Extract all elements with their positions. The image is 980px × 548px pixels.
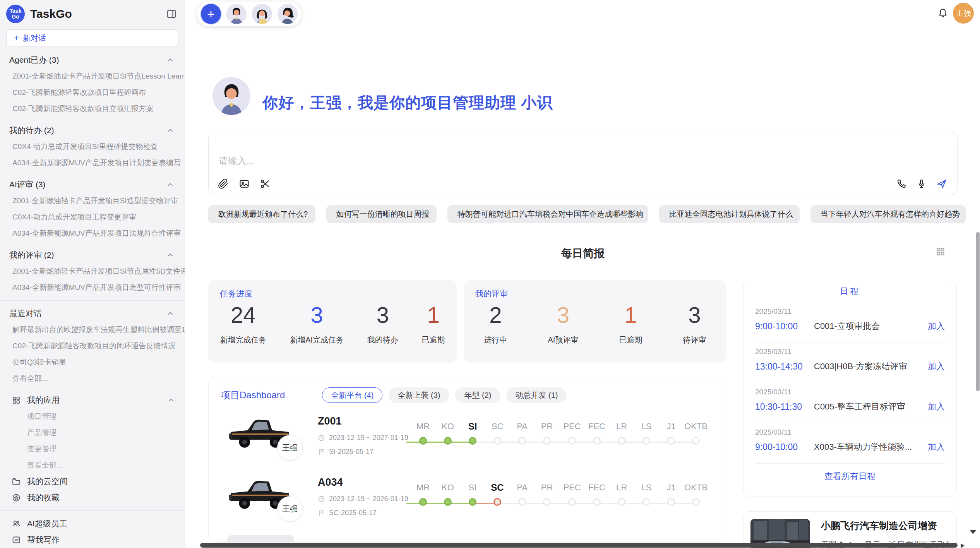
sidebar-item[interactable]: C02-飞腾新能源轻客改款项目立项汇报方案 bbox=[0, 101, 185, 117]
schedule-entry[interactable]: 2025/03/11 13:00-14:30 C003|H0B-方案冻结评审 加… bbox=[755, 343, 945, 383]
schedule-entry[interactable]: 2025/03/11 9:00-10:00 X003-车辆动力学性能验... 加… bbox=[755, 423, 945, 464]
send-icon[interactable] bbox=[936, 178, 947, 189]
phone-icon[interactable] bbox=[896, 178, 907, 189]
milestone-dot bbox=[419, 498, 427, 506]
sidebar-item[interactable]: C0X4-动力总成开发项目SI里程碑提交物检查 bbox=[0, 139, 185, 155]
tab-new-platform[interactable]: 全新平台 (4) bbox=[322, 387, 382, 403]
tab-year-model[interactable]: 年型 (2) bbox=[455, 387, 500, 403]
suggestion-chip[interactable]: 当下年轻人对汽车外观有怎样的喜好趋势 bbox=[810, 205, 966, 223]
scroll-right-arrow[interactable] bbox=[961, 543, 965, 548]
microphone-icon[interactable] bbox=[916, 178, 927, 189]
divider bbox=[0, 300, 185, 301]
section-header-my-todo[interactable]: 我的待办 (2) bbox=[0, 122, 185, 139]
sidebar-item[interactable]: Z001-全新燃油轻卡产品开发项目SI节点属性5D文件评审 bbox=[0, 263, 185, 279]
sidebar-item[interactable]: A034-全新新能源MUV产品开发项目法规符合性评审 bbox=[0, 225, 185, 241]
plus-icon: + bbox=[14, 33, 19, 43]
stat-ai-pre-review: 3 AI预评审 bbox=[548, 301, 579, 345]
sidebar-header: Task Go TaskGo bbox=[0, 0, 185, 27]
sidebar-item[interactable]: A034-全新新能源MUV产品开发项目造型可行性评审 bbox=[0, 279, 185, 296]
app-item-view-all[interactable]: 查看全部... bbox=[0, 457, 185, 473]
schedule-date: 2025/03/11 bbox=[755, 348, 945, 356]
image-icon[interactable] bbox=[239, 178, 250, 189]
join-link[interactable]: 加入 bbox=[928, 320, 945, 332]
recent-chat-item[interactable]: C02-飞腾新能源轻客改款项目的闭环通告反馈情况 bbox=[0, 338, 185, 354]
join-link[interactable]: 加入 bbox=[928, 401, 945, 413]
milestone-dot bbox=[667, 498, 675, 506]
avatar-member-2[interactable] bbox=[252, 4, 272, 24]
sidebar-item[interactable]: C02-飞腾新能源轻客改款项目里程碑画布 bbox=[0, 84, 185, 101]
avatar-member-3[interactable] bbox=[278, 4, 298, 24]
section-header-agent-done[interactable]: Agent已办 (3) bbox=[0, 52, 185, 68]
news-card[interactable]: 小鹏飞行汽车制造公司增资 天眼查 App 显示，近日广州汇天飞行汽... bbox=[743, 511, 957, 548]
join-link[interactable]: 加入 bbox=[928, 361, 945, 372]
recent-chat-view-all[interactable]: 查看全部... bbox=[0, 370, 185, 387]
suggestion-chip[interactable]: 比亚迪全固态电池计划具体说了什么 bbox=[659, 205, 800, 223]
milestone: OKTB bbox=[678, 483, 714, 506]
stat-in-progress: 2 进行中 bbox=[484, 301, 507, 345]
section-header-ai-review[interactable]: AI评审 (3) bbox=[0, 176, 185, 193]
add-member-button[interactable]: + bbox=[201, 4, 221, 24]
sidebar-item-favorites[interactable]: 我的收藏 bbox=[0, 490, 185, 506]
project-name: A034 bbox=[318, 476, 343, 488]
flag-icon bbox=[318, 509, 325, 517]
milestone-dot bbox=[618, 498, 625, 506]
schedule-time: 10:30-11:30 bbox=[755, 402, 814, 412]
schedule-entry[interactable]: 2025/03/11 10:30-11:30 C005-整车工程目标评审 加入 bbox=[755, 383, 945, 423]
my-apps-header[interactable]: 我的应用 bbox=[0, 392, 185, 408]
user-avatar[interactable]: 王强 bbox=[953, 3, 974, 24]
tab-new-body[interactable]: 全新上装 (3) bbox=[389, 387, 449, 403]
sidebar-item[interactable]: Z001-全新燃油轻卡产品开发项目SI造型提交物评审 bbox=[0, 193, 185, 209]
milestone-dot bbox=[493, 437, 501, 445]
project-row-a034[interactable]: 王强 A034 2023-12-19 ~ 2026-01-19 SC-2025-… bbox=[209, 474, 725, 535]
layout-grid-icon[interactable] bbox=[935, 247, 946, 257]
milestone-dot bbox=[667, 437, 675, 445]
project-dates: 2023-12-19 ~ 2027-01-19 bbox=[318, 434, 408, 442]
scissors-icon[interactable] bbox=[260, 178, 271, 189]
app-item-project-mgmt[interactable]: 项目管理 bbox=[0, 408, 185, 425]
sidebar-item[interactable]: A034-全新新能源MUV产品开发项目计划变更表编写 bbox=[0, 155, 185, 171]
sidebar-item-ai-super-staff[interactable]: AI超级员工 bbox=[0, 515, 185, 532]
apps-grid-icon bbox=[12, 396, 21, 405]
view-all-schedule-link[interactable]: 查看所有日程 bbox=[744, 464, 956, 489]
milestone-dot bbox=[593, 437, 601, 445]
milestone-dot bbox=[593, 498, 601, 506]
app-item-change-mgmt[interactable]: 变更管理 bbox=[0, 441, 185, 457]
section-header-my-review[interactable]: 我的评审 (2) bbox=[0, 247, 185, 263]
chevron-up-icon bbox=[166, 180, 175, 189]
vertical-scrollbar-thumb[interactable] bbox=[976, 232, 980, 391]
sidebar-item[interactable]: C0X4-动力总成开发项目工程变更评审 bbox=[0, 209, 185, 225]
sidebar-collapse-icon[interactable] bbox=[166, 9, 177, 19]
sidebar-item-cloud-space[interactable]: 我的云空间 bbox=[0, 473, 185, 490]
sidebar-item[interactable]: Z001-全新燃油皮卡产品开发项目SI节点Lesson Learn报告 bbox=[0, 68, 185, 84]
flag-icon bbox=[318, 448, 325, 456]
attachment-icon[interactable] bbox=[218, 178, 229, 189]
milestone-dot bbox=[692, 437, 700, 445]
join-link[interactable]: 加入 bbox=[928, 441, 945, 453]
sidebar-item-help-me-write[interactable]: 帮我写作 bbox=[0, 532, 185, 548]
notifications-bell-icon[interactable] bbox=[937, 8, 948, 19]
suggestion-chip[interactable]: 欧洲新规最近颁布了什么? bbox=[208, 205, 315, 223]
scroll-down-arrow[interactable] bbox=[970, 530, 976, 534]
tab-powertrain[interactable]: 动总开发 (1) bbox=[506, 387, 567, 403]
schedule-name: C001-立项审批会 bbox=[814, 320, 928, 332]
app-item-product-mgmt[interactable]: 产品管理 bbox=[0, 425, 185, 441]
divider bbox=[0, 510, 185, 511]
dashboard-title: 项目Dashboard bbox=[221, 389, 285, 401]
recent-chat-item[interactable]: 解释最新出台的欧盟报废车法规再生塑料比例被调至15%... bbox=[0, 322, 185, 338]
milestone-dot bbox=[419, 437, 427, 445]
app-title: TaskGo bbox=[30, 7, 166, 21]
project-row-z001[interactable]: 王强 Z001 2023-12-19 ~ 2027-01-19 SI-2025-… bbox=[209, 413, 725, 474]
schedule-entry[interactable]: 2025/03/11 9:00-10:00 C001-立项审批会 加入 bbox=[755, 303, 945, 343]
suggestion-chip[interactable]: 特朗普可能对进口汽车增税会对中国车企造成哪些影响 bbox=[447, 205, 648, 223]
suggestion-chip[interactable]: 如何写一份清晰的项目周报 bbox=[326, 205, 437, 223]
news-title: 小鹏飞行汽车制造公司增资 bbox=[821, 519, 937, 532]
chat-input[interactable] bbox=[219, 156, 567, 166]
recent-chat-item[interactable]: 公司Q3轻卡销量 bbox=[0, 354, 185, 370]
avatar-member-1[interactable] bbox=[226, 4, 247, 24]
logo-text-top: Task bbox=[10, 8, 22, 14]
section-header-recent-chats[interactable]: 最近对话 bbox=[0, 305, 185, 322]
horizontal-scrollbar-thumb[interactable] bbox=[200, 543, 958, 548]
new-chat-button[interactable]: + 新对话 bbox=[6, 29, 178, 46]
input-tools bbox=[218, 178, 271, 189]
section-agent-done: Agent已办 (3) Z001-全新燃油皮卡产品开发项目SI节点Lesson … bbox=[0, 52, 185, 117]
